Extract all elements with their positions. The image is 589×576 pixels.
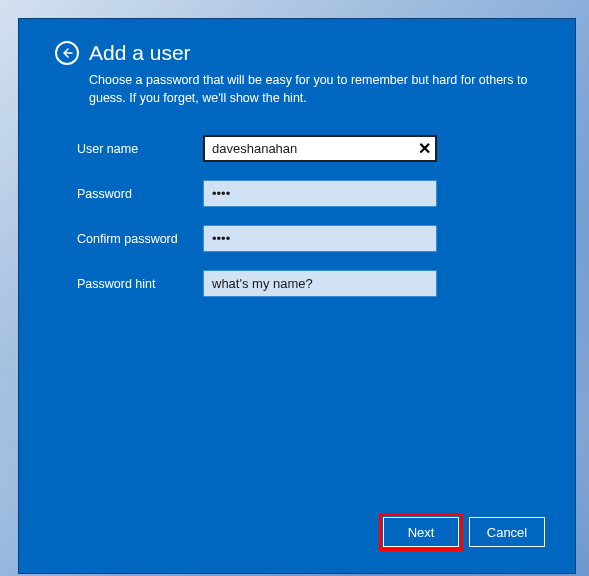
back-button[interactable]	[55, 41, 79, 65]
next-button[interactable]: Next	[383, 517, 459, 547]
password-hint-input[interactable]	[203, 270, 437, 297]
username-input[interactable]	[203, 135, 437, 162]
add-user-dialog: Add a user Choose a password that will b…	[18, 18, 576, 574]
password-input[interactable]	[203, 180, 437, 207]
back-arrow-icon	[61, 47, 73, 59]
label-username: User name	[77, 142, 203, 156]
field-wrap-username: ✕	[203, 135, 437, 162]
dialog-footer: Next Cancel	[55, 517, 545, 553]
cancel-button[interactable]: Cancel	[469, 517, 545, 547]
dialog-subtitle: Choose a password that will be easy for …	[89, 71, 545, 107]
label-hint: Password hint	[77, 277, 203, 291]
label-confirm: Confirm password	[77, 232, 203, 246]
row-confirm: Confirm password	[77, 225, 545, 252]
row-password: Password	[77, 180, 545, 207]
clear-icon[interactable]: ✕	[418, 141, 431, 157]
dialog-header: Add a user	[55, 41, 545, 65]
form: User name ✕ Password Confirm password Pa…	[77, 135, 545, 315]
confirm-password-input[interactable]	[203, 225, 437, 252]
label-password: Password	[77, 187, 203, 201]
row-username: User name ✕	[77, 135, 545, 162]
dialog-title: Add a user	[89, 41, 191, 65]
row-hint: Password hint	[77, 270, 545, 297]
